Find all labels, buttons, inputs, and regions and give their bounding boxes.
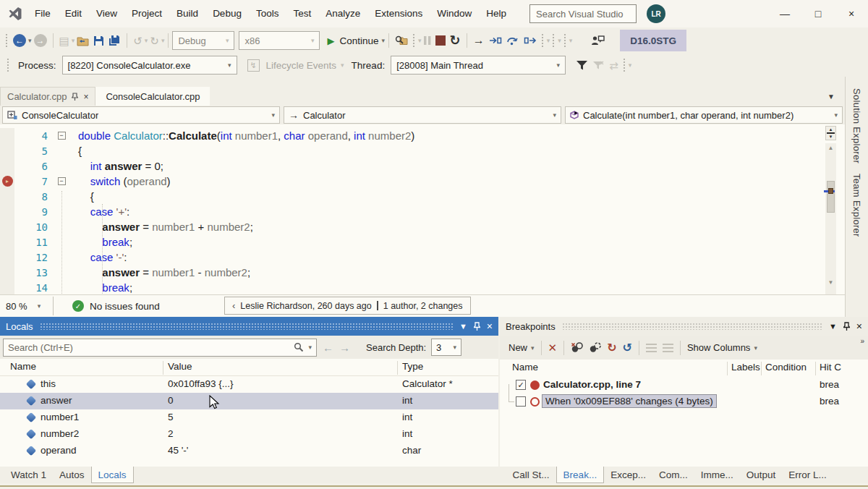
save-icon[interactable] (93, 35, 104, 46)
menu-item-file[interactable]: File (27, 0, 58, 27)
code-line[interactable]: 6 int answer = 0; (0, 158, 825, 174)
code-line[interactable]: 10 answer = number1 + number2; (0, 219, 825, 234)
window-position-dropdown-icon[interactable]: ▼ (459, 322, 467, 331)
breakpoints-title-bar[interactable]: Breakpoints ▼ × (500, 317, 868, 336)
code-line[interactable]: 5{ (0, 143, 825, 158)
pin-icon[interactable] (474, 322, 480, 331)
toolbar-grip[interactable] (552, 33, 556, 48)
toggle-all-breakpoints-icon[interactable] (589, 342, 601, 353)
editor-vertical-scrollbar[interactable]: ▲ ▼ (825, 143, 836, 294)
menu-item-tools[interactable]: Tools (249, 0, 286, 27)
type-select[interactable]: → Calculator▾ (284, 106, 561, 124)
tab-imme-[interactable]: Imme... (694, 467, 740, 483)
menu-item-extensions[interactable]: Extensions (367, 0, 430, 27)
search-visual-studio-input[interactable]: Search Visual Studio (529, 4, 637, 23)
breakpoint-margin[interactable] (0, 158, 14, 174)
find-in-files-icon[interactable] (395, 35, 408, 46)
column-header-condition[interactable]: Condition (765, 362, 807, 373)
breakpoint-label[interactable]: Calculator.cpp, line 7 (543, 379, 641, 390)
breakpoint-margin[interactable] (0, 189, 14, 204)
breakpoint-state-icon[interactable] (530, 397, 540, 407)
go-to-source-icon[interactable] (646, 344, 657, 352)
tab-consolecalculator-cpp[interactable]: ConsoleCalculator.cpp (95, 87, 210, 106)
breakpoint-state-icon[interactable] (530, 380, 540, 390)
send-feedback-icon[interactable] (591, 35, 605, 46)
reset-filter-icon[interactable] (592, 60, 605, 70)
breakpoint-margin[interactable] (0, 280, 14, 294)
redo-dropdown-icon[interactable]: ▾ (161, 37, 165, 44)
menu-item-test[interactable]: Test (286, 0, 318, 27)
thread-select[interactable]: [28008] Main Thread▾ (391, 56, 566, 75)
toolbar-grip[interactable] (7, 58, 10, 72)
cell-value[interactable]: 5 (168, 412, 174, 422)
window-position-dropdown-icon[interactable]: ▼ (829, 322, 837, 331)
column-header-value[interactable]: Value (168, 361, 192, 372)
new-project-dropdown-icon[interactable]: ▾ (72, 37, 75, 44)
stop-debugging-icon[interactable] (435, 35, 446, 46)
tab-locals[interactable]: Locals (91, 467, 134, 483)
cell-value[interactable]: 0 (168, 395, 174, 406)
search-next-icon[interactable]: → (339, 341, 350, 354)
pin-icon[interactable] (72, 93, 78, 101)
search-prev-icon[interactable]: ← (323, 341, 333, 354)
step-into-icon[interactable] (489, 35, 502, 46)
fold-margin[interactable]: − (55, 177, 68, 185)
column-header-labels[interactable]: Labels (731, 362, 760, 373)
breakpoint-checkbox[interactable] (516, 396, 526, 407)
navigate-back-dropdown-icon[interactable]: ▾ (28, 37, 32, 44)
code-line[interactable]: 9 case '+': (0, 204, 825, 219)
toolbar-overflow-icon[interactable]: » (860, 337, 864, 345)
solution-platform-select[interactable]: x86▾ (239, 31, 320, 50)
break-all-icon[interactable] (424, 36, 431, 45)
restart-icon[interactable]: ↻ (450, 34, 461, 47)
breakpoint-margin[interactable] (0, 219, 14, 234)
breakpoint-margin[interactable] (0, 265, 14, 280)
tab-watch-1[interactable]: Watch 1 (4, 467, 53, 483)
zoom-level-select[interactable]: 80 %▾ (0, 297, 54, 315)
minimize-button[interactable]: — (768, 0, 801, 27)
tab-call-st-[interactable]: Call St... (506, 467, 556, 483)
code-line[interactable]: ▸7− switch (operand) (0, 174, 825, 189)
column-header-name[interactable]: Name (512, 362, 538, 373)
breakpoint-row[interactable]: ✓Calculator.cpp, line 7brea (500, 377, 868, 394)
new-project-icon[interactable]: ▤ (59, 35, 69, 46)
locals-row-this[interactable]: this0x010ffa93 {...}Calculator * (0, 376, 498, 393)
locals-row-operand[interactable]: operand45 '-'char (0, 443, 498, 459)
tab-excep-[interactable]: Excep... (604, 467, 652, 483)
locals-search-input[interactable]: Search (Ctrl+E) ▾ (3, 339, 317, 357)
undo-icon[interactable]: ↺ (133, 35, 142, 46)
close-icon[interactable]: × (487, 320, 493, 332)
user-avatar[interactable]: LR (647, 4, 665, 23)
pin-icon[interactable] (843, 322, 850, 331)
undo-dropdown-icon[interactable]: ▾ (145, 37, 148, 44)
continue-dropdown-icon[interactable]: ▾ (382, 37, 386, 44)
show-next-statement-icon[interactable]: → (473, 34, 485, 47)
breakpoint-margin[interactable] (0, 128, 14, 143)
delete-all-breakpoints-icon[interactable] (571, 342, 583, 353)
menu-item-analyze[interactable]: Analyze (318, 0, 367, 27)
scrollbar-thumb[interactable] (827, 181, 835, 213)
tab-break-[interactable]: Break... (556, 467, 605, 483)
lifecycle-events-icon[interactable]: ↯ (247, 59, 260, 72)
navigate-back-icon[interactable]: ← (13, 34, 26, 47)
breakpoint-icon[interactable]: ▸ (2, 176, 13, 187)
open-file-icon[interactable] (77, 35, 89, 46)
flag-threads-icon[interactable]: ⇄ (609, 60, 618, 71)
fold-margin[interactable]: − (55, 132, 68, 140)
collapse-region-icon[interactable]: − (58, 177, 66, 185)
locals-row-answer[interactable]: answer0int (0, 393, 498, 409)
menu-item-build[interactable]: Build (169, 0, 205, 27)
lifecycle-events-button[interactable]: Lifecycle Events (266, 60, 337, 71)
scroll-up-icon[interactable]: ▲ (825, 143, 836, 153)
cell-value[interactable]: 0x010ffa93 {...} (168, 378, 234, 389)
show-columns-button[interactable]: Show Columns▾ (687, 342, 757, 353)
column-header-name[interactable]: Name (10, 361, 36, 372)
locals-row-number2[interactable]: number22int (0, 426, 498, 443)
filter-threads-icon[interactable] (576, 60, 588, 70)
process-select[interactable]: [8220] ConsoleCalculator.exe▾ (62, 56, 237, 75)
side-tab-team-explorer[interactable]: Team Explorer (851, 174, 862, 237)
navigate-forward-icon[interactable]: → (34, 34, 47, 47)
go-to-disassembly-icon[interactable] (663, 344, 673, 352)
search-icon[interactable] (294, 342, 304, 352)
locals-title-bar[interactable]: Locals ▼ × (0, 317, 498, 336)
